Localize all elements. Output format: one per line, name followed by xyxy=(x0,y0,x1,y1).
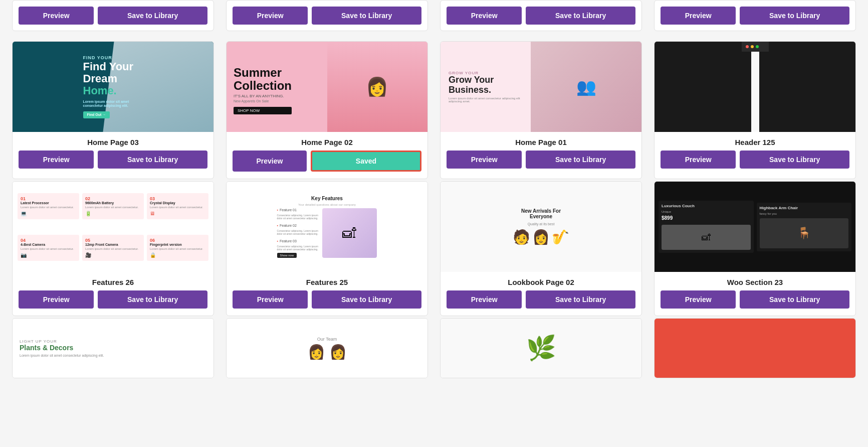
features25-list: Feature 01 Consectetur adipiscing. Lorem… xyxy=(277,208,319,258)
card-woo23-title: Woo Section 23 xyxy=(655,272,855,290)
home03-eyebrow: FIND YOUR xyxy=(83,55,143,61)
home03-body: Lorem ipsum dolor sit amet consectetur a… xyxy=(83,100,143,108)
top-preview-btn-2[interactable]: Preview xyxy=(233,7,308,25)
features25-sub: Your detailed questions about our compan… xyxy=(298,203,356,206)
browser-bar xyxy=(742,42,769,52)
card-features25-thumbnail: Key Features Your detailed questions abo… xyxy=(227,182,427,272)
card-lookbook-partial: 🌿 xyxy=(440,318,642,378)
lookbook02-people: 🧑 👩 🎷 xyxy=(513,229,569,245)
woo23-save-btn[interactable]: Save to Library xyxy=(740,290,849,309)
feat25-item-1: Feature 01 xyxy=(277,208,319,212)
card-team-partial: Our Team 👩 👩 xyxy=(226,318,428,378)
woo-label-1: Unique xyxy=(662,210,751,213)
card-home03-actions: Preview Save to Library xyxy=(13,151,213,176)
card-red-thumbnail xyxy=(655,319,855,378)
team-faces: 👩 👩 xyxy=(308,344,347,360)
card-red-partial xyxy=(654,318,856,378)
plants-sub: Lorem ipsum dolor sit amet consectetur a… xyxy=(20,354,104,357)
card-home02: SummerCollection IT'S ALL BY AN ANYTHING… xyxy=(226,41,428,179)
home01-save-btn[interactable]: Save to Library xyxy=(526,151,635,169)
card-woo23-actions: Preview Save to Library xyxy=(655,290,855,316)
home01-preview-btn[interactable]: Preview xyxy=(447,151,522,169)
card-features25-actions: Preview Save to Library xyxy=(227,290,427,316)
card-header125-actions: Preview Save to Library xyxy=(655,151,855,176)
woo-product-name-2: Highback Arm Chair xyxy=(760,206,849,210)
feat26-cell-4: 04 4-Best Camera Lorem ipsum dolor sit a… xyxy=(18,235,79,261)
card-features25-title: Features 25 xyxy=(227,272,427,290)
home02-preview-btn[interactable]: Preview xyxy=(233,151,307,172)
home02-saved-btn[interactable]: Saved xyxy=(311,151,421,172)
home03-headline: Find YourDreamHome. xyxy=(83,61,143,97)
team-label: Our Team xyxy=(317,337,337,342)
card-lookbook02-actions: Preview Save to Library xyxy=(441,290,641,316)
card-lookbook-partial-thumbnail: 🌿 xyxy=(441,319,641,378)
dot-yellow xyxy=(751,45,754,48)
home02-subline: IT'S ALL BY AN ANYTHING. xyxy=(234,94,292,98)
card-lookbook02-thumbnail: New Arrivals ForEveryone Quality at its … xyxy=(441,182,641,272)
card-home01-title: Home Page 01 xyxy=(441,132,641,151)
card-home01-actions: Preview Save to Library xyxy=(441,151,641,176)
card-home02-actions: Preview Saved xyxy=(227,151,427,179)
home02-headline: SummerCollection xyxy=(234,66,292,93)
person-1: 🧑 xyxy=(513,229,530,245)
top-preview-btn-3[interactable]: Preview xyxy=(447,7,522,25)
card-home02-thumbnail: SummerCollection IT'S ALL BY AN ANYTHING… xyxy=(227,42,427,132)
features25-row: Feature 01 Consectetur adipiscing. Lorem… xyxy=(277,208,377,258)
card-features25: Key Features Your detailed questions abo… xyxy=(226,181,428,316)
lookbook02-save-btn[interactable]: Save to Library xyxy=(526,290,635,309)
home03-save-btn[interactable]: Save to Library xyxy=(98,151,207,169)
home02-new-arrivals: New Apparels On Sale xyxy=(234,99,292,103)
feat25-desc-2: Consectetur adipiscing. Lorem ipsum dolo… xyxy=(277,229,319,235)
card-home03: FIND YOUR Find YourDreamHome. Lorem ipsu… xyxy=(12,41,214,179)
features25-preview-btn[interactable]: Preview xyxy=(233,290,308,309)
features25-save-btn[interactable]: Save to Library xyxy=(312,290,421,309)
card-header125-title: Header 125 xyxy=(655,132,855,151)
woo-price-1: $899 xyxy=(662,215,751,221)
feat25-desc-3: Consectetur adipiscing. Lorem ipsum dolo… xyxy=(277,245,319,251)
card-home03-thumbnail: FIND YOUR Find YourDreamHome. Lorem ipsu… xyxy=(13,42,213,132)
woo-product-image-2: 🪑 xyxy=(760,218,849,248)
header125-preview-btn[interactable]: Preview xyxy=(661,151,736,169)
feat26-cell-6: 06 Fingerprint version Lorem ipsum dolor… xyxy=(147,235,208,261)
top-preview-btn-1[interactable]: Preview xyxy=(19,7,94,25)
feat26-cell-5: 05 12mp Front Camera Lorem ipsum dolor s… xyxy=(82,235,144,261)
card-plants-thumbnail: LIGHT UP YOUR Plants & Decors Lorem ipsu… xyxy=(13,319,213,378)
team-face-2: 👩 xyxy=(329,344,347,360)
lookbook02-preview-btn[interactable]: Preview xyxy=(447,290,522,309)
feat25-item-2: Feature 02 xyxy=(277,224,319,227)
feat25-item-3: Feature 03 xyxy=(277,239,319,243)
card-home02-title: Home Page 02 xyxy=(227,132,427,151)
dot-green xyxy=(756,45,759,48)
top-save-btn-1[interactable]: Save to Library xyxy=(98,7,207,25)
woo23-preview-btn[interactable]: Preview xyxy=(661,290,736,309)
feat26-cell-1: 01 Latest Processor Lorem ipsum dolor si… xyxy=(18,193,79,219)
plants-eyebrow: LIGHT UP YOUR xyxy=(20,339,57,344)
header125-save-btn[interactable]: Save to Library xyxy=(740,151,849,169)
woo-label-2: fancy for you xyxy=(760,212,849,215)
card-home03-title: Home Page 03 xyxy=(13,132,213,151)
features25-image: 🛋 xyxy=(322,208,377,258)
card-plants-partial: LIGHT UP YOUR Plants & Decors Lorem ipsu… xyxy=(12,318,214,378)
lookbook02-sub: Quality at its best xyxy=(528,222,555,226)
home03-cta: Find Out → xyxy=(83,111,110,118)
home03-preview-btn[interactable]: Preview xyxy=(19,151,94,169)
top-save-btn-3[interactable]: Save to Library xyxy=(526,7,635,25)
home02-badge: SHOP NOW xyxy=(234,107,292,114)
feat26-cell-2: 02 9600mAh Battery Lorem ipsum dolor sit… xyxy=(82,193,144,219)
woo-product-image-1: 🛋 xyxy=(662,225,751,250)
card-header125-thumbnail xyxy=(655,42,855,132)
woo-right-panel: Highback Arm Chair fancy for you 🪑 xyxy=(757,203,852,251)
features25-cta: Show now xyxy=(277,253,297,258)
team-face-1: 👩 xyxy=(308,344,325,360)
plants-title: Plants & Decors xyxy=(20,344,73,352)
top-save-btn-2[interactable]: Save to Library xyxy=(312,7,421,25)
features26-preview-btn[interactable]: Preview xyxy=(19,290,94,309)
card-features26: 01 Latest Processor Lorem ipsum dolor si… xyxy=(12,181,214,316)
top-preview-btn-4[interactable]: Preview xyxy=(661,7,736,25)
features25-heading: Key Features xyxy=(311,196,343,201)
home02-model: 👩 xyxy=(327,42,428,132)
features26-save-btn[interactable]: Save to Library xyxy=(98,290,207,309)
top-save-btn-4[interactable]: Save to Library xyxy=(740,7,849,25)
card-team-thumbnail: Our Team 👩 👩 xyxy=(227,319,427,378)
feat25-desc-1: Consectetur adipiscing. Lorem ipsum dolo… xyxy=(277,214,319,220)
